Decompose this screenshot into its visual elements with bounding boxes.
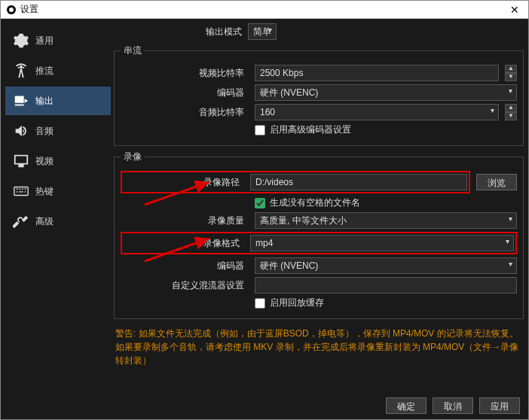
muxer-label: 自定义混流器设置 bbox=[121, 279, 249, 292]
output-mode-select[interactable]: 简单 bbox=[248, 23, 277, 40]
record-quality-label: 录像质量 bbox=[121, 215, 249, 227]
spin-up-icon[interactable]: ▲ bbox=[505, 65, 517, 73]
ok-button[interactable]: 确定 bbox=[386, 397, 427, 414]
speaker-icon bbox=[13, 123, 29, 139]
keyboard-icon bbox=[13, 183, 29, 199]
warning-text: 警告: 如果文件无法完成（例如，由于蓝屏BSOD，掉电等），保存到 MP4/MO… bbox=[114, 324, 524, 369]
antenna-icon bbox=[13, 62, 29, 79]
sidebar-item-label: 通用 bbox=[35, 35, 54, 47]
audio-bitrate-label: 音频比特率 bbox=[121, 106, 249, 119]
record-quality-select[interactable]: 高质量, 中等文件大小 bbox=[255, 212, 517, 229]
main-panel: 输出模式 简单 串流 视频比特率 ▲ ▼ 编码器 硬件 (NVENC) bbox=[114, 23, 524, 415]
record-legend: 录像 bbox=[121, 151, 145, 163]
app-icon bbox=[7, 5, 16, 14]
browse-button[interactable]: 浏览 bbox=[476, 174, 517, 190]
spin-up-icon[interactable]: ▲ bbox=[505, 104, 517, 112]
gear-icon bbox=[13, 32, 29, 49]
nospace-label: 生成没有空格的文件名 bbox=[270, 196, 360, 209]
sidebar-item-video[interactable]: 视频 bbox=[5, 147, 111, 175]
advanced-encoder-label: 启用高级编码器设置 bbox=[270, 123, 351, 136]
close-icon[interactable]: ✕ bbox=[507, 4, 522, 16]
spin-down-icon[interactable]: ▼ bbox=[505, 112, 517, 120]
apply-button[interactable]: 应用 bbox=[479, 397, 520, 414]
svg-rect-0 bbox=[15, 105, 24, 106]
sidebar-item-label: 音频 bbox=[35, 125, 54, 138]
audio-bitrate-select[interactable]: 160 bbox=[255, 104, 499, 120]
record-path-input[interactable] bbox=[250, 174, 467, 190]
svg-rect-1 bbox=[14, 187, 28, 196]
video-bitrate-input[interactable] bbox=[255, 65, 499, 81]
record-format-label: 录像格式 bbox=[124, 237, 244, 250]
sidebar-item-output[interactable]: 输出 bbox=[5, 87, 111, 115]
sidebar-item-label: 输出 bbox=[35, 95, 54, 108]
sidebar: 通用 推流 输出 音频 视频 热键 高级 bbox=[5, 23, 111, 415]
cancel-button[interactable]: 取消 bbox=[433, 397, 473, 414]
nospace-checkbox[interactable] bbox=[255, 198, 265, 208]
sidebar-item-general[interactable]: 通用 bbox=[5, 26, 111, 55]
dialog-buttons: 确定 取消 应用 bbox=[386, 397, 520, 414]
stream-legend: 串流 bbox=[121, 44, 145, 57]
output-mode-label: 输出模式 bbox=[114, 26, 242, 38]
sidebar-item-label: 热键 bbox=[35, 185, 54, 198]
output-icon bbox=[13, 93, 29, 109]
video-bitrate-label: 视频比特率 bbox=[121, 67, 249, 80]
stream-encoder-select[interactable]: 硬件 (NVENC) bbox=[255, 84, 517, 101]
sidebar-item-hotkeys[interactable]: 热键 bbox=[5, 177, 111, 205]
replay-buffer-checkbox[interactable] bbox=[255, 298, 265, 309]
sidebar-item-label: 视频 bbox=[35, 155, 54, 168]
sidebar-item-stream[interactable]: 推流 bbox=[5, 56, 111, 85]
sidebar-item-label: 高级 bbox=[35, 215, 54, 228]
record-encoder-select[interactable]: 硬件 (NVENC) bbox=[255, 257, 517, 274]
output-mode-row: 输出模式 简单 bbox=[114, 23, 524, 40]
spin-down-icon[interactable]: ▼ bbox=[505, 73, 517, 81]
muxer-input[interactable] bbox=[255, 277, 517, 294]
stream-group: 串流 视频比特率 ▲ ▼ 编码器 硬件 (NVENC) 音频比特率 160 ▲ … bbox=[114, 44, 524, 146]
encoder-label: 编码器 bbox=[121, 87, 249, 99]
tools-icon bbox=[13, 213, 29, 230]
record-format-select[interactable]: mp4 bbox=[250, 235, 514, 251]
record-path-label: 录像路径 bbox=[124, 176, 244, 189]
sidebar-item-advanced[interactable]: 高级 bbox=[5, 207, 111, 236]
monitor-icon bbox=[13, 153, 29, 169]
sidebar-item-label: 推流 bbox=[35, 65, 54, 78]
replay-buffer-label: 启用回放缓存 bbox=[270, 297, 324, 309]
record-encoder-label: 编码器 bbox=[121, 260, 249, 272]
record-group: 录像 录像路径 浏览 生成没有空格的文 bbox=[114, 151, 524, 319]
window-title: 设置 bbox=[20, 3, 507, 16]
advanced-encoder-checkbox[interactable] bbox=[255, 125, 265, 135]
titlebar: 设置 ✕ bbox=[1, 1, 528, 19]
sidebar-item-audio[interactable]: 音频 bbox=[5, 117, 111, 145]
